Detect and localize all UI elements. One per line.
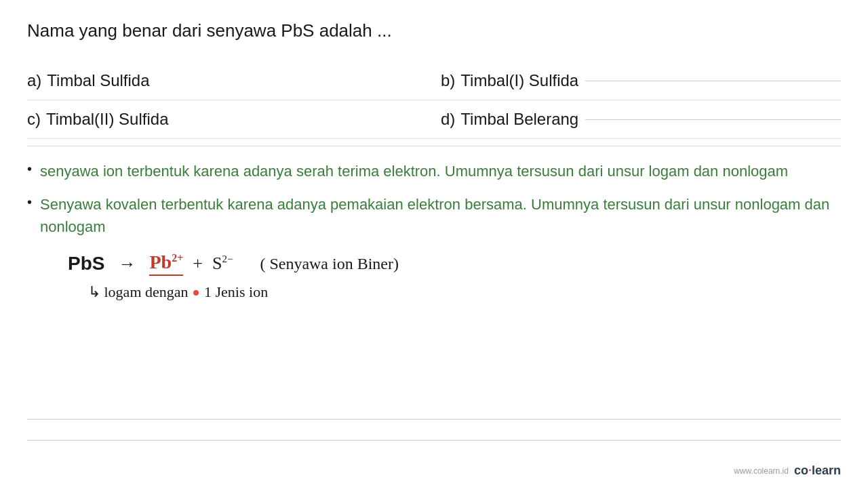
handwritten-line1: PbS → Pb2+ + S2− ( Senyawa ion Biner) (68, 251, 841, 276)
s-ion: S2− (212, 253, 233, 274)
option-d-underline (585, 119, 841, 120)
option-b-label: b) (441, 71, 455, 90)
bullet-text-1: senyawa ion terbentuk karena adanya sera… (40, 160, 788, 182)
option-a[interactable]: a) Timbal Sulfida (27, 62, 427, 100)
bottom-lines (27, 419, 841, 461)
options-row-2: c) Timbal(II) Sulfida d) Timbal Belerang (27, 100, 841, 139)
colearn-url: www.colearn.id (734, 466, 789, 476)
options-row-1: a) Timbal Sulfida b) Timbal(I) Sulfida (27, 62, 841, 100)
option-c-text: Timbal(II) Sulfida (46, 110, 169, 129)
option-a-label: a) (27, 71, 41, 90)
colearn-dot: · (808, 464, 812, 477)
arrow-symbol: → (118, 253, 136, 274)
bracket-senyawa: ( Senyawa ion Biner) (260, 255, 399, 273)
handwritten-section: PbS → Pb2+ + S2− ( Senyawa ion Biner) ↳ … (27, 251, 841, 301)
handwritten-line2: ↳ logam dengan 1 Jenis ion (68, 283, 841, 301)
colearn-logo: www.colearn.id co·learn (734, 464, 841, 478)
option-d-label: d) (441, 110, 455, 129)
pb-ion: Pb2+ (149, 251, 183, 276)
bullet-dot-1: • (27, 161, 32, 177)
colearn-brand: co·learn (794, 464, 841, 478)
option-b-underline (585, 81, 841, 81)
bottom-line-1 (27, 419, 841, 420)
options-container: a) Timbal Sulfida b) Timbal(I) Sulfida c… (27, 62, 841, 139)
bullet-text-2: Senyawa kovalen terbentuk karena adanya … (40, 193, 841, 238)
option-c[interactable]: c) Timbal(II) Sulfida (27, 100, 427, 138)
question-text: Nama yang benar dari senyawa PbS adalah … (27, 20, 841, 41)
option-d-text: Timbal Belerang (460, 110, 578, 129)
main-content: Nama yang benar dari senyawa PbS adalah … (0, 0, 868, 314)
option-a-text: Timbal Sulfida (47, 71, 149, 90)
bullet-section: • senyawa ion terbentuk karena adanya se… (27, 160, 841, 238)
plus-sign: + (193, 253, 203, 274)
pbs-label: PbS (68, 253, 104, 274)
bullet-dot-2: • (27, 195, 32, 210)
cursor-dot (193, 290, 199, 296)
bottom-line-2 (27, 440, 841, 441)
bullet-item-2: • Senyawa kovalen terbentuk karena adany… (27, 193, 841, 238)
bullet-item-1: • senyawa ion terbentuk karena adanya se… (27, 160, 841, 182)
option-b[interactable]: b) Timbal(I) Sulfida (427, 62, 841, 100)
option-b-text: Timbal(I) Sulfida (460, 71, 578, 90)
logam-text: ↳ logam dengan 1 Jenis ion (88, 283, 268, 301)
option-c-label: c) (27, 110, 41, 129)
divider-line (27, 146, 841, 146)
option-d[interactable]: d) Timbal Belerang (427, 100, 841, 138)
